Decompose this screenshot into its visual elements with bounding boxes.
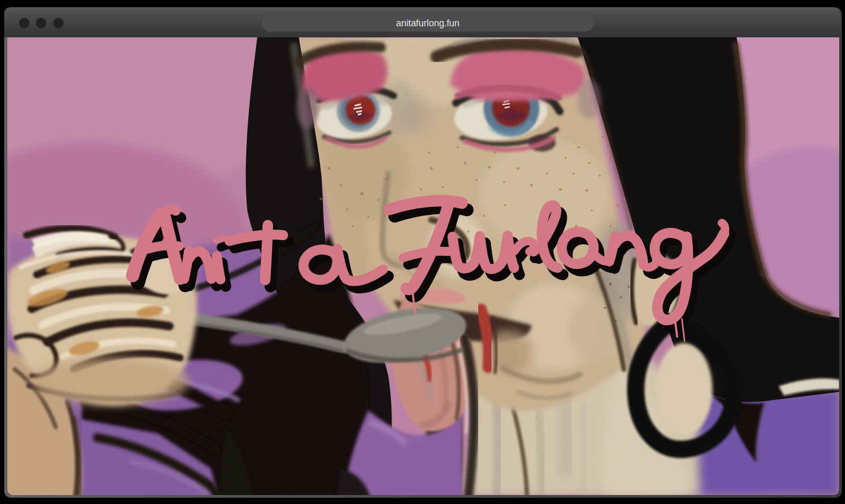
svg-text:anitafurlong.fun: anitafurlong.fun [396, 18, 460, 28]
